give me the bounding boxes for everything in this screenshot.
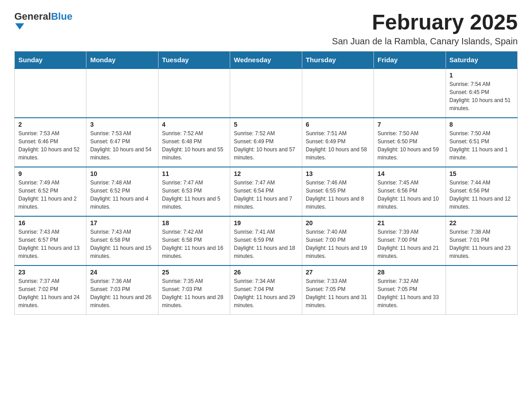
logo: GeneralBlue bbox=[14, 11, 73, 30]
daylight-text: Daylight: 11 hours and 23 minutes. bbox=[450, 245, 511, 259]
header-thursday: Thursday bbox=[302, 51, 373, 68]
sunset-text: Sunset: 6:46 PM bbox=[18, 138, 58, 145]
logo-blue-text: Blue bbox=[51, 11, 73, 22]
day-info: Sunrise: 7:47 AMSunset: 6:54 PMDaylight:… bbox=[234, 179, 298, 211]
table-row: 14Sunrise: 7:45 AMSunset: 6:56 PMDayligh… bbox=[374, 167, 446, 216]
table-row: 27Sunrise: 7:33 AMSunset: 7:05 PMDayligh… bbox=[302, 265, 373, 315]
header-friday: Friday bbox=[374, 51, 446, 68]
sunset-text: Sunset: 7:03 PM bbox=[90, 286, 130, 292]
sunset-text: Sunset: 6:49 PM bbox=[306, 138, 346, 145]
day-info: Sunrise: 7:49 AMSunset: 6:52 PMDaylight:… bbox=[18, 179, 82, 211]
sunrise-text: Sunrise: 7:53 AM bbox=[90, 130, 131, 137]
table-row: 12Sunrise: 7:47 AMSunset: 6:54 PMDayligh… bbox=[230, 167, 302, 216]
day-info: Sunrise: 7:40 AMSunset: 7:00 PMDaylight:… bbox=[306, 228, 370, 260]
table-row: 15Sunrise: 7:44 AMSunset: 6:56 PMDayligh… bbox=[446, 167, 517, 216]
table-row: 4Sunrise: 7:52 AMSunset: 6:48 PMDaylight… bbox=[158, 118, 230, 167]
day-number: 18 bbox=[162, 219, 226, 227]
week-row-3: 9Sunrise: 7:49 AMSunset: 6:52 PMDaylight… bbox=[15, 167, 518, 216]
day-info: Sunrise: 7:46 AMSunset: 6:55 PMDaylight:… bbox=[306, 179, 370, 211]
week-row-2: 2Sunrise: 7:53 AMSunset: 6:46 PMDaylight… bbox=[15, 118, 518, 167]
day-number: 9 bbox=[18, 170, 82, 177]
day-number: 22 bbox=[450, 219, 514, 227]
daylight-text: Daylight: 11 hours and 24 minutes. bbox=[18, 294, 80, 308]
daylight-text: Daylight: 11 hours and 1 minute. bbox=[450, 146, 508, 161]
day-info: Sunrise: 7:43 AMSunset: 6:57 PMDaylight:… bbox=[18, 228, 82, 260]
day-number: 4 bbox=[162, 121, 226, 128]
sunset-text: Sunset: 6:54 PM bbox=[234, 188, 274, 194]
daylight-text: Daylight: 11 hours and 15 minutes. bbox=[90, 245, 151, 259]
sunrise-text: Sunrise: 7:52 AM bbox=[234, 130, 275, 137]
daylight-text: Daylight: 10 hours and 54 minutes. bbox=[90, 146, 151, 161]
sunset-text: Sunset: 7:05 PM bbox=[378, 286, 417, 292]
day-number: 10 bbox=[90, 170, 154, 177]
daylight-text: Daylight: 10 hours and 55 minutes. bbox=[162, 146, 223, 161]
day-info: Sunrise: 7:44 AMSunset: 6:56 PMDaylight:… bbox=[450, 179, 514, 211]
day-number: 20 bbox=[306, 219, 370, 227]
daylight-text: Daylight: 11 hours and 2 minutes. bbox=[18, 196, 77, 210]
table-row: 16Sunrise: 7:43 AMSunset: 6:57 PMDayligh… bbox=[15, 216, 86, 265]
daylight-text: Daylight: 10 hours and 57 minutes. bbox=[234, 146, 295, 161]
sunset-text: Sunset: 6:49 PM bbox=[234, 138, 274, 145]
title-block: February 2025 San Juan de la Rambla, Can… bbox=[332, 11, 518, 47]
sunrise-text: Sunrise: 7:38 AM bbox=[450, 229, 490, 235]
day-number: 2 bbox=[18, 121, 82, 128]
day-info: Sunrise: 7:50 AMSunset: 6:51 PMDaylight:… bbox=[450, 129, 514, 162]
sunrise-text: Sunrise: 7:44 AM bbox=[450, 180, 490, 186]
table-row: 7Sunrise: 7:50 AMSunset: 6:50 PMDaylight… bbox=[374, 118, 446, 167]
table-row: 11Sunrise: 7:47 AMSunset: 6:53 PMDayligh… bbox=[158, 167, 230, 216]
sunset-text: Sunset: 6:51 PM bbox=[450, 138, 489, 145]
day-info: Sunrise: 7:42 AMSunset: 6:58 PMDaylight:… bbox=[162, 228, 226, 260]
logo-triangle-icon bbox=[15, 23, 24, 30]
day-number: 25 bbox=[162, 269, 226, 276]
table-row bbox=[374, 68, 446, 118]
day-number: 23 bbox=[18, 269, 82, 276]
day-info: Sunrise: 7:48 AMSunset: 6:52 PMDaylight:… bbox=[90, 179, 154, 211]
week-row-5: 23Sunrise: 7:37 AMSunset: 7:02 PMDayligh… bbox=[15, 265, 518, 315]
sunset-text: Sunset: 6:58 PM bbox=[162, 237, 202, 243]
sunset-text: Sunset: 7:04 PM bbox=[234, 286, 274, 292]
day-number: 16 bbox=[18, 219, 82, 227]
table-row bbox=[158, 68, 230, 118]
day-info: Sunrise: 7:52 AMSunset: 6:48 PMDaylight:… bbox=[162, 129, 226, 162]
calendar-table: Sunday Monday Tuesday Wednesday Thursday… bbox=[14, 51, 518, 315]
daylight-text: Daylight: 10 hours and 52 minutes. bbox=[18, 146, 80, 161]
table-row: 28Sunrise: 7:32 AMSunset: 7:05 PMDayligh… bbox=[374, 265, 446, 315]
week-row-1: 1Sunrise: 7:54 AMSunset: 6:45 PMDaylight… bbox=[15, 68, 518, 118]
table-row: 3Sunrise: 7:53 AMSunset: 6:47 PMDaylight… bbox=[86, 118, 158, 167]
sunrise-text: Sunrise: 7:32 AM bbox=[378, 278, 418, 284]
day-number: 28 bbox=[378, 269, 442, 276]
day-number: 3 bbox=[90, 121, 154, 128]
week-row-4: 16Sunrise: 7:43 AMSunset: 6:57 PMDayligh… bbox=[15, 216, 518, 265]
day-number: 1 bbox=[450, 72, 514, 79]
day-number: 8 bbox=[450, 121, 514, 128]
day-number: 5 bbox=[234, 121, 298, 128]
day-info: Sunrise: 7:50 AMSunset: 6:50 PMDaylight:… bbox=[378, 129, 442, 162]
sunset-text: Sunset: 7:05 PM bbox=[306, 286, 346, 292]
table-row: 1Sunrise: 7:54 AMSunset: 6:45 PMDaylight… bbox=[446, 68, 517, 118]
day-info: Sunrise: 7:41 AMSunset: 6:59 PMDaylight:… bbox=[234, 228, 298, 260]
sunrise-text: Sunrise: 7:39 AM bbox=[378, 229, 418, 235]
sunrise-text: Sunrise: 7:43 AM bbox=[18, 229, 59, 235]
day-number: 12 bbox=[234, 170, 298, 177]
sunrise-text: Sunrise: 7:47 AM bbox=[234, 180, 275, 186]
daylight-text: Daylight: 11 hours and 13 minutes. bbox=[18, 245, 80, 259]
day-info: Sunrise: 7:38 AMSunset: 7:01 PMDaylight:… bbox=[450, 228, 514, 260]
table-row: 22Sunrise: 7:38 AMSunset: 7:01 PMDayligh… bbox=[446, 216, 517, 265]
sunrise-text: Sunrise: 7:40 AM bbox=[306, 229, 347, 235]
table-row: 9Sunrise: 7:49 AMSunset: 6:52 PMDaylight… bbox=[15, 167, 86, 216]
sunrise-text: Sunrise: 7:52 AM bbox=[162, 130, 203, 137]
sunrise-text: Sunrise: 7:49 AM bbox=[18, 180, 59, 186]
sunset-text: Sunset: 7:03 PM bbox=[162, 286, 202, 292]
sunset-text: Sunset: 7:01 PM bbox=[450, 237, 489, 243]
day-number: 24 bbox=[90, 269, 154, 276]
day-info: Sunrise: 7:45 AMSunset: 6:56 PMDaylight:… bbox=[378, 179, 442, 211]
daylight-text: Daylight: 11 hours and 31 minutes. bbox=[306, 294, 367, 308]
sunrise-text: Sunrise: 7:53 AM bbox=[18, 130, 59, 137]
table-row: 6Sunrise: 7:51 AMSunset: 6:49 PMDaylight… bbox=[302, 118, 373, 167]
day-info: Sunrise: 7:43 AMSunset: 6:58 PMDaylight:… bbox=[90, 228, 154, 260]
day-info: Sunrise: 7:47 AMSunset: 6:53 PMDaylight:… bbox=[162, 179, 226, 211]
day-info: Sunrise: 7:32 AMSunset: 7:05 PMDaylight:… bbox=[378, 277, 442, 309]
table-row bbox=[15, 68, 86, 118]
sunrise-text: Sunrise: 7:45 AM bbox=[378, 180, 418, 186]
daylight-text: Daylight: 10 hours and 58 minutes. bbox=[306, 146, 367, 161]
